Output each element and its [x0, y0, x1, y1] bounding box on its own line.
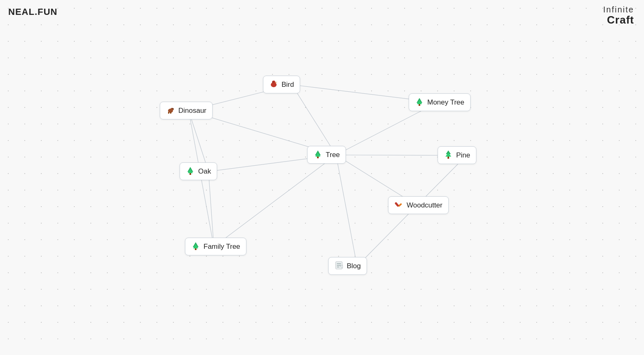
dinosaur-icon [166, 105, 175, 116]
bird-icon [269, 79, 278, 90]
node-blog[interactable]: Blog [328, 257, 367, 275]
family-tree-icon [191, 241, 200, 252]
tree-label: Tree [326, 151, 340, 159]
family-tree-label: Family Tree [204, 243, 240, 251]
connection-oak-family-tree [208, 172, 214, 247]
node-money-tree[interactable]: Money Tree [409, 93, 471, 111]
connection-tree-blog [336, 155, 357, 266]
svg-rect-7 [168, 112, 169, 114]
node-tree[interactable]: Tree [307, 146, 346, 164]
svg-rect-14 [317, 157, 319, 158]
pine-icon [444, 150, 453, 160]
bird-label: Bird [282, 81, 294, 89]
app-title: Infinite Craft [603, 5, 634, 26]
money-tree-label: Money Tree [427, 98, 464, 107]
blog-icon [334, 261, 343, 271]
svg-rect-22 [395, 202, 400, 207]
woodcutter-icon [394, 200, 403, 210]
svg-rect-20 [447, 157, 449, 159]
svg-rect-17 [189, 173, 191, 175]
connection-tree-family-tree [214, 155, 336, 247]
tree-icon [313, 150, 322, 160]
connection-bird-tree [292, 85, 336, 155]
node-bird[interactable]: Bird [263, 76, 300, 93]
pine-label: Pine [456, 151, 470, 160]
node-oak[interactable]: Oak [180, 162, 217, 180]
node-family-tree[interactable]: Family Tree [185, 238, 246, 255]
svg-marker-2 [275, 82, 277, 83]
svg-point-5 [170, 108, 174, 110]
woodcutter-label: Woodcutter [407, 201, 443, 210]
blog-label: Blog [347, 262, 361, 270]
svg-marker-19 [445, 152, 451, 157]
connections-svg [0, 0, 644, 355]
svg-rect-25 [195, 248, 197, 250]
oak-icon [186, 166, 195, 176]
node-dinosaur[interactable]: Dinosaur [160, 102, 213, 119]
svg-point-3 [273, 82, 274, 83]
svg-point-1 [272, 81, 275, 84]
node-pine[interactable]: Pine [438, 146, 476, 164]
app-title-infinite: Infinite [603, 5, 634, 14]
node-woodcutter[interactable]: Woodcutter [388, 196, 449, 214]
dinosaur-label: Dinosaur [178, 107, 206, 115]
money-tree-icon [415, 97, 424, 107]
svg-point-6 [173, 108, 173, 109]
oak-label: Oak [198, 167, 211, 176]
svg-rect-8 [170, 112, 171, 114]
connection-woodcutter-blog [357, 205, 417, 266]
logo: NEAL.FUN [8, 7, 57, 17]
app-title-craft: Craft [603, 14, 634, 26]
svg-rect-11 [419, 104, 420, 106]
